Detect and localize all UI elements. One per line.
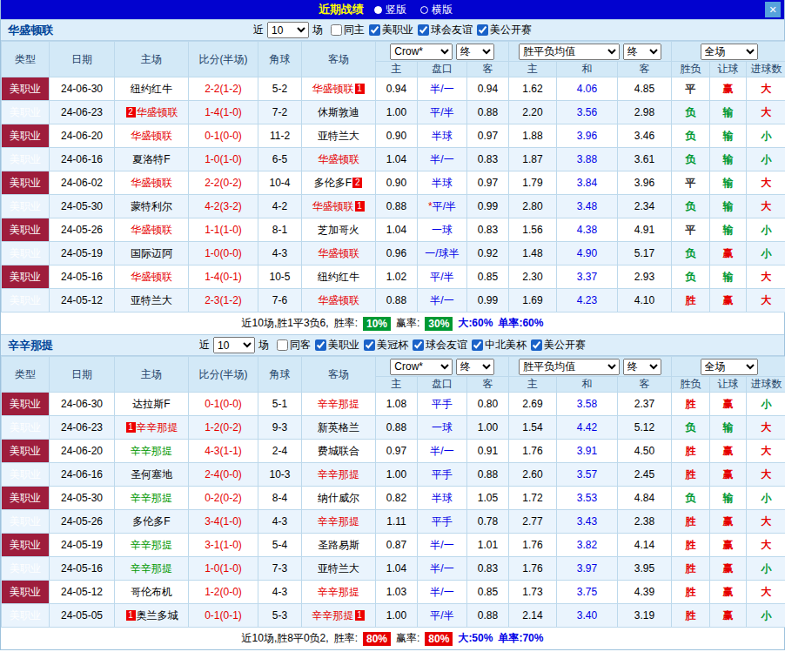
checkbox-input[interactable]: [413, 339, 424, 351]
ah-away-odds: 0.83: [467, 218, 509, 242]
odds-state-select[interactable]: 终: [456, 359, 494, 375]
avg-odds-select[interactable]: 胜平负均值: [519, 44, 620, 60]
checkbox-label: 美公开赛: [490, 23, 532, 37]
ah-away-odds: 0.94: [467, 77, 509, 101]
home-team-cell: 多伦多F: [115, 510, 189, 534]
league-cell: 美职业: [2, 195, 50, 218]
checkbox-input[interactable]: [418, 24, 429, 36]
recent-count-select[interactable]: 10: [213, 337, 255, 353]
col-header-score: 比分(半场): [189, 357, 258, 393]
lose-odds: 4.50: [618, 440, 672, 463]
corners-cell: 5-3: [258, 604, 302, 628]
filter-checkbox-中北美杯[interactable]: 中北美杯: [472, 338, 527, 353]
filter-checkbox-球会友谊[interactable]: 球会友谊: [413, 338, 467, 353]
result-cell: 平: [672, 171, 710, 195]
win-odds: 2.77: [509, 510, 557, 534]
win-odds: 2.20: [509, 101, 557, 124]
sub-header-ah-home: 主: [376, 62, 418, 77]
checkbox-input[interactable]: [472, 339, 483, 351]
league-cell: 美职业: [2, 557, 50, 581]
win-odds: 1.76: [509, 440, 557, 463]
checkbox-input[interactable]: [369, 24, 380, 36]
recent-count-select[interactable]: 10: [267, 22, 309, 38]
checkbox-input[interactable]: [331, 24, 342, 36]
corners-cell: 7-6: [258, 289, 302, 312]
ah-home-odds: 0.90: [376, 171, 418, 195]
win-rate-value: 10%: [363, 317, 391, 331]
goals-cell: 小: [747, 604, 785, 628]
ah-away-odds: 0.83: [467, 557, 509, 581]
match-row: 美职业24-06-16夏洛特F1-0(1-0)6-5华盛顿联1.04半/一0.8…: [2, 148, 785, 171]
checkbox-input[interactable]: [315, 339, 326, 351]
win-odds: 2.80: [509, 195, 557, 218]
filter-checkbox-美职业[interactable]: 美职业: [369, 23, 413, 37]
red-card-badge: 2: [352, 178, 362, 188]
score-cell: 3-4(1-0): [189, 510, 258, 534]
ah-home-odds: 1.00: [376, 463, 418, 487]
filter-checkbox-美公开赛[interactable]: 美公开赛: [477, 23, 532, 37]
handicap-result-cell: 赢: [710, 440, 747, 463]
ah-line-cell: 半/一: [418, 534, 467, 557]
radio-vertical-label: 竖版: [386, 3, 406, 17]
odd-rate: 单率:70%: [498, 631, 543, 646]
team-name: 奥兰多城: [137, 609, 178, 622]
checkbox-input[interactable]: [277, 339, 288, 351]
handicap-result-cell: 输: [710, 195, 747, 218]
ah-line-cell: 平/半: [418, 604, 467, 628]
draw-odds: 3.96: [557, 124, 618, 148]
result-cell: 平: [672, 77, 710, 101]
home-team-cell: 1辛辛那提: [115, 416, 189, 440]
odds-state-select[interactable]: 终: [456, 44, 494, 60]
avg-odds-select[interactable]: 胜平负均值: [519, 359, 620, 375]
team-name: 哥伦布机: [131, 586, 172, 598]
checkbox-input[interactable]: [364, 339, 375, 351]
result-cell: 胜: [672, 440, 710, 463]
filter-checkbox-球会友谊[interactable]: 球会友谊: [418, 23, 473, 37]
home-team-cell: 夏洛特F: [115, 148, 189, 171]
result-cell: 负: [672, 265, 710, 289]
scope-select[interactable]: 全场: [701, 44, 758, 60]
date-cell: 24-06-20: [50, 440, 115, 463]
win-rate-label: 胜率:: [334, 316, 358, 331]
filter-checkbox-美冠杯[interactable]: 美冠杯: [364, 338, 408, 353]
checkbox-input[interactable]: [531, 339, 542, 351]
handicap-result-cell: 赢: [710, 393, 747, 416]
checkbox-label: 美职业: [382, 23, 413, 37]
lose-odds: 4.14: [618, 534, 672, 557]
filter-checkbox-同主[interactable]: 同主: [331, 23, 365, 37]
lose-odds: 2.45: [618, 463, 672, 487]
avg-state-select[interactable]: 终: [623, 44, 661, 60]
draw-odds: 3.82: [557, 534, 618, 557]
filter-checkbox-美职业[interactable]: 美职业: [315, 338, 359, 353]
result-cell: 胜: [672, 510, 710, 534]
odds-source-select[interactable]: Crow*: [390, 44, 453, 60]
league-cell: 美职业: [2, 604, 50, 628]
checkbox-input[interactable]: [477, 24, 488, 36]
corners-cell: 8-1: [258, 218, 302, 242]
radio-vertical-layout[interactable]: 竖版: [374, 3, 406, 17]
team-name: 芝加哥火: [318, 224, 359, 236]
title-bar: 近期战绩 竖版 横版 ✕: [1, 0, 784, 19]
match-row: 美职业24-05-12哥伦布机1-2(0-0)4-3辛辛那提1.03半/一0.8…: [2, 581, 785, 604]
lose-odds: 2.37: [618, 393, 672, 416]
lose-odds: 4.91: [618, 218, 672, 242]
sub-header-result: 胜负: [672, 62, 710, 77]
date-cell: 24-05-30: [50, 487, 115, 510]
avg-state-select[interactable]: 终: [623, 359, 661, 375]
filter-checkbox-同客[interactable]: 同客: [277, 338, 311, 353]
corners-cell: 10-3: [258, 463, 302, 487]
league-cell: 美职业: [2, 581, 50, 604]
handicap-result-cell: 赢: [710, 510, 747, 534]
radio-horizontal-layout[interactable]: 横版: [420, 3, 453, 17]
filter-checkbox-美公开赛[interactable]: 美公开赛: [531, 338, 586, 353]
league-filter-checkboxes: 同主美职业球会友谊美公开赛: [326, 23, 532, 38]
odds-source-select[interactable]: Crow*: [390, 359, 453, 375]
team-name: 亚特兰大: [131, 294, 172, 306]
win-odds: 2.14: [509, 604, 557, 628]
team-name: 华盛顿联: [318, 153, 359, 165]
win-odds: 1.76: [509, 557, 557, 581]
close-button[interactable]: ✕: [765, 2, 781, 17]
checkbox-label: 美职业: [328, 338, 359, 353]
scope-select[interactable]: 全场: [701, 359, 758, 375]
team-name: 华盛顿联: [318, 247, 359, 259]
